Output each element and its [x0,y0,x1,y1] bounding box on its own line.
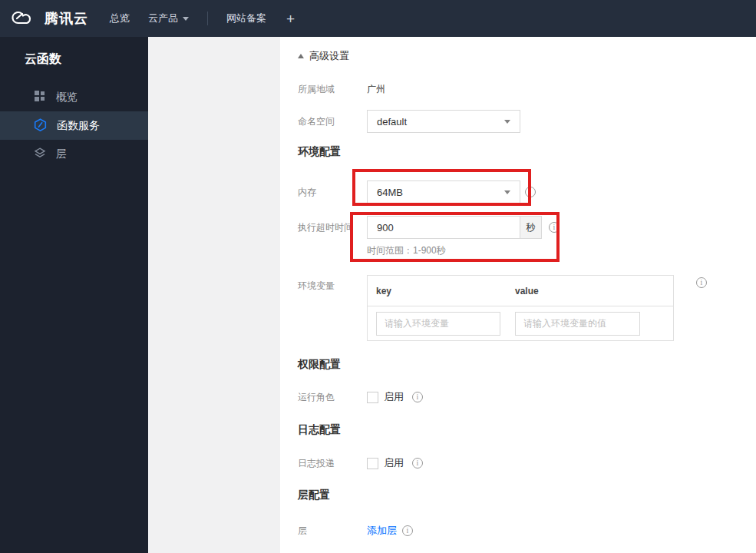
memory-info-icon[interactable] [525,187,536,197]
role-label: 运行角色 [298,391,367,404]
sidebar: 云函数 概览 函数服务 层 [0,37,148,553]
timeout-input[interactable] [367,216,520,239]
sidebar-item-function-service[interactable]: 函数服务 [0,111,148,140]
memory-dropdown[interactable]: 64MB [367,180,520,204]
advanced-settings-toggle[interactable]: 高级设置 [298,49,349,63]
add-tab-button[interactable]: + [286,12,295,26]
chevron-down-icon [183,17,189,21]
sidebar-title: 云函数 [0,37,148,83]
log-enable-label: 启用 [384,456,404,470]
secondary-panel [148,37,280,553]
section-layer-config: 层配置 [298,488,330,502]
sidebar-item-label: 函数服务 [57,119,100,133]
role-info-icon[interactable] [412,392,423,402]
timeout-info-icon[interactable] [549,222,560,233]
main-content: 高级设置 所属地域 广州 命名空间 default 环境配置 内存 64MB 执… [280,37,756,553]
envvar-table-header: key value [368,276,673,306]
section-env-config: 环境配置 [298,145,341,159]
namespace-label: 命名空间 [298,115,367,128]
region-value: 广州 [367,83,385,96]
layers-icon [34,147,46,161]
tencent-cloud-brand[interactable]: 腾讯云 [0,7,88,30]
namespace-row: 命名空间 default [298,110,520,133]
log-row: 日志投递 启用 [298,457,423,469]
memory-dropdown-value: 64MB [377,187,504,198]
topnav: 总览 云产品 网站备案 + [110,12,295,26]
envvar-table: key value [367,275,674,341]
function-hexagon-icon [34,118,47,134]
sidebar-item-overview[interactable]: 概览 [0,83,148,111]
topnav-item-overview[interactable]: 总览 [110,12,130,25]
topnav-item-cloud-products-label: 云产品 [148,12,178,25]
triangle-up-icon [298,54,304,58]
timeout-unit-suffix: 秒 [520,216,542,239]
add-layer-link[interactable]: 添加层 [367,524,397,538]
role-enable-checkbox[interactable] [367,392,378,403]
log-enable-checkbox[interactable] [367,458,378,469]
section-permission-config: 权限配置 [298,358,341,372]
layer-label: 层 [298,525,367,538]
namespace-dropdown[interactable]: default [367,110,520,133]
memory-row: 内存 64MB [298,180,536,204]
sidebar-item-label: 概览 [56,91,78,104]
namespace-dropdown-value: default [377,116,504,127]
region-label: 所属地域 [298,83,367,96]
log-info-icon[interactable] [412,458,423,469]
layer-row: 层 添加层 [298,524,413,538]
layer-info-icon[interactable] [402,525,413,536]
topnav-divider [207,12,208,25]
envvar-col-value: value [507,286,673,296]
log-label: 日志投递 [298,457,367,470]
brand-name: 腾讯云 [45,9,88,28]
envvar-value-input[interactable] [515,312,640,336]
topnav-item-icp-filing[interactable]: 网站备案 [226,12,266,25]
advanced-settings-label: 高级设置 [309,49,349,63]
sidebar-item-label: 层 [56,147,67,161]
role-enable-label: 启用 [384,390,404,404]
timeout-label: 执行超时时间 [298,221,367,234]
memory-label: 内存 [298,186,367,199]
envvar-key-input[interactable] [376,312,500,336]
timeout-row: 执行超时时间 秒 [298,216,560,239]
chevron-down-icon [504,190,510,194]
section-log-config: 日志配置 [298,423,341,437]
role-row: 运行角色 启用 [298,391,423,403]
grid-icon [34,90,46,104]
envvar-info-icon[interactable] [696,277,707,288]
topnav-item-cloud-products[interactable]: 云产品 [148,12,189,25]
tencent-cloud-logo-icon [10,7,38,30]
top-navigation-bar: 腾讯云 总览 云产品 网站备案 + [0,0,756,37]
envvar-table-row [368,306,673,340]
chevron-down-icon [504,120,510,124]
envvar-col-key: key [368,286,507,296]
timeout-hint: 时间范围：1-900秒 [367,244,446,257]
region-row: 所属地域 广州 [298,83,385,95]
envvar-label: 环境变量 [298,280,367,293]
sidebar-item-layer[interactable]: 层 [0,140,148,168]
